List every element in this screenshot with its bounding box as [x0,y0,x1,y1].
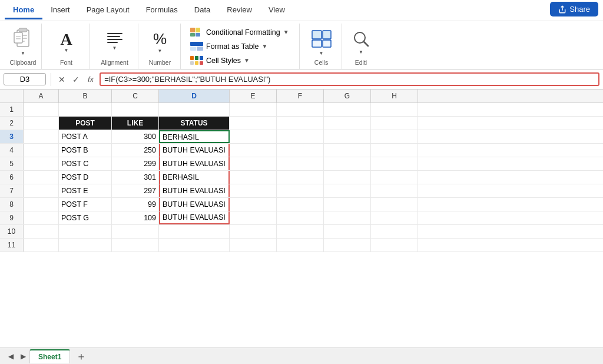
col-header-E[interactable]: E [230,90,277,102]
cell-A6[interactable] [24,171,59,184]
tab-home[interactable]: Home [5,2,42,19]
cell-F2[interactable] [277,117,324,130]
cell-H2[interactable] [371,117,418,130]
cells-button[interactable]: ▼ [306,26,337,58]
row-header-6[interactable]: 6 [0,171,24,184]
cell-A7[interactable] [24,184,59,197]
cell-D10[interactable] [159,225,230,238]
col-header-B[interactable]: B [59,90,112,102]
cell-C8[interactable]: 99 [112,198,159,211]
cell-C1[interactable] [112,103,159,116]
cell-D9[interactable]: BUTUH EVALUASI [159,211,230,224]
cell-G2[interactable] [324,117,371,130]
cell-E2[interactable] [230,117,277,130]
cell-F7[interactable] [277,184,324,197]
tab-insert[interactable]: Insert [42,2,78,19]
cell-H11[interactable] [371,239,418,252]
font-button[interactable]: A ▼ [56,29,77,55]
cell-G11[interactable] [324,239,371,252]
cell-B9[interactable]: POST G [59,211,112,224]
cell-D3[interactable]: BERHASIL [159,130,230,143]
cell-D1[interactable] [159,103,230,116]
cell-C7[interactable]: 297 [112,184,159,197]
cell-C11[interactable] [112,239,159,252]
cell-D2[interactable]: STATUS [159,117,230,130]
cell-F9[interactable] [277,211,324,224]
cell-A11[interactable] [24,239,59,252]
cell-E8[interactable] [230,198,277,211]
col-header-D[interactable]: D [159,90,230,102]
cell-A3[interactable] [24,130,59,143]
confirm-formula-icon[interactable]: ✓ [70,74,82,85]
cell-C5[interactable]: 299 [112,157,159,170]
row-header-3[interactable]: 3 [0,130,24,143]
cell-B7[interactable]: POST E [59,184,112,197]
cell-G5[interactable] [324,157,371,170]
cell-C9[interactable]: 109 [112,211,159,224]
cell-D7[interactable]: BUTUH EVALUASI [159,184,230,197]
row-header-7[interactable]: 7 [0,184,24,197]
cell-A4[interactable] [24,144,59,157]
cell-B11[interactable] [59,239,112,252]
col-header-A[interactable]: A [24,90,59,102]
cell-F10[interactable] [277,225,324,238]
cell-E1[interactable] [230,103,277,116]
editing-button[interactable]: ▼ [348,27,374,57]
cell-B4[interactable]: POST B [59,144,112,157]
number-button[interactable]: % ▼ [150,28,171,56]
cell-B5[interactable]: POST C [59,157,112,170]
cell-D5[interactable]: BUTUH EVALUASI [159,157,230,170]
cell-H5[interactable] [371,157,418,170]
cell-F8[interactable] [277,198,324,211]
row-header-5[interactable]: 5 [0,157,24,170]
cell-G7[interactable] [324,184,371,197]
cell-C4[interactable]: 250 [112,144,159,157]
cell-A9[interactable] [24,211,59,224]
cell-E11[interactable] [230,239,277,252]
cell-A10[interactable] [24,225,59,238]
share-button[interactable]: Share [550,2,598,16]
tab-view[interactable]: View [260,2,293,19]
row-header-10[interactable]: 10 [0,225,24,238]
sheet-nav-right[interactable]: ▶ [17,352,29,360]
cancel-formula-icon[interactable]: ✕ [56,74,68,85]
cell-B10[interactable] [59,225,112,238]
cell-E3[interactable] [230,130,277,143]
row-header-8[interactable]: 8 [0,198,24,211]
cell-H4[interactable] [371,144,418,157]
cell-F4[interactable] [277,144,324,157]
row-header-4[interactable]: 4 [0,144,24,157]
cell-H6[interactable] [371,171,418,184]
tab-page-layout[interactable]: Page Layout [78,2,138,19]
cell-B3[interactable]: POST A [59,130,112,143]
cell-E9[interactable] [230,211,277,224]
cell-H10[interactable] [371,225,418,238]
cell-H1[interactable] [371,103,418,116]
cell-A8[interactable] [24,198,59,211]
cell-H9[interactable] [371,211,418,224]
cell-E10[interactable] [230,225,277,238]
add-sheet-button[interactable]: ＋ [71,349,91,363]
cell-F5[interactable] [277,157,324,170]
cell-F3[interactable] [277,130,324,143]
cell-G6[interactable] [324,171,371,184]
cell-E6[interactable] [230,171,277,184]
sheet-nav-left[interactable]: ◀ [5,352,17,360]
col-header-G[interactable]: G [324,90,371,102]
cell-C2[interactable]: LIKE [112,117,159,130]
col-header-F[interactable]: F [277,90,324,102]
cell-G9[interactable] [324,211,371,224]
cell-B8[interactable]: POST F [59,198,112,211]
tab-data[interactable]: Data [186,2,218,19]
cell-C3[interactable]: 300 [112,130,159,143]
col-header-C[interactable]: C [112,90,159,102]
cell-F6[interactable] [277,171,324,184]
cell-E4[interactable] [230,144,277,157]
formula-input[interactable] [100,72,599,86]
cell-C6[interactable]: 301 [112,171,159,184]
cell-D11[interactable] [159,239,230,252]
col-header-H[interactable]: H [371,90,418,102]
cell-E7[interactable] [230,184,277,197]
cell-G3[interactable] [324,130,371,143]
row-header-2[interactable]: 2 [0,117,24,130]
